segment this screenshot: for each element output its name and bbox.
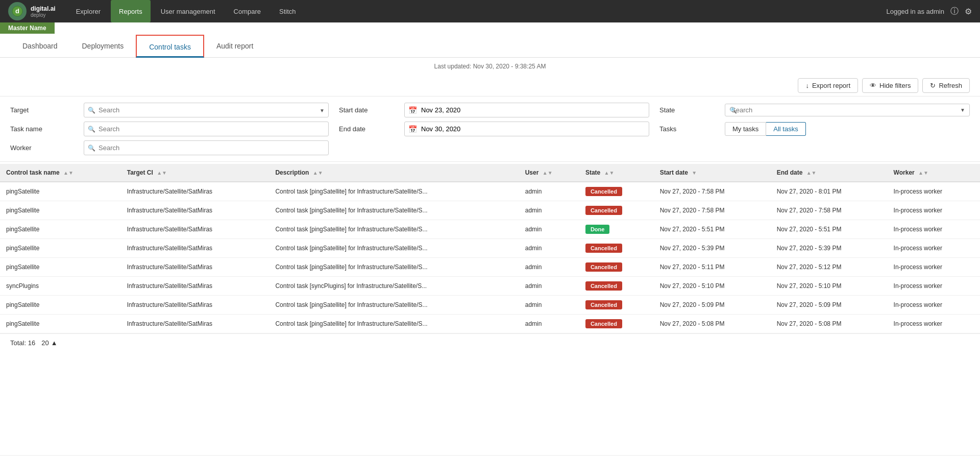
settings-icon[interactable]: ⚙ xyxy=(965,7,972,16)
tab-dashboard[interactable]: Dashboard xyxy=(10,34,70,58)
logo-text: digital.ai deploy xyxy=(31,5,56,18)
cell-user: admin xyxy=(519,239,579,258)
start-date-input[interactable] xyxy=(404,103,649,117)
task-name-label: Task name xyxy=(10,125,82,133)
cell-worker: In-process worker xyxy=(888,315,980,333)
table-row[interactable]: pingSatellite Infrastructure/Satellite/S… xyxy=(0,201,980,220)
refresh-button[interactable]: ↻ Refresh xyxy=(922,78,970,93)
cell-state: Cancelled xyxy=(579,277,654,296)
target-input-wrap: 🔍 ▼ xyxy=(84,103,329,117)
table-row[interactable]: syncPlugins Infrastructure/Satellite/Sat… xyxy=(0,277,980,296)
refresh-icon: ↻ xyxy=(930,82,936,89)
table-row[interactable]: pingSatellite Infrastructure/Satellite/S… xyxy=(0,315,980,333)
cell-end-date: Nov 27, 2020 - 8:01 PM xyxy=(771,182,888,201)
table-row[interactable]: pingSatellite Infrastructure/Satellite/S… xyxy=(0,296,980,315)
col-target-ci[interactable]: Target CI ▲▼ xyxy=(121,164,270,182)
cell-user: admin xyxy=(519,296,579,315)
cell-worker: In-process worker xyxy=(888,258,980,277)
tab-audit-report[interactable]: Audit report xyxy=(204,34,265,58)
hide-filters-button[interactable]: 👁 Hide filters xyxy=(862,78,918,93)
state-label: State xyxy=(651,106,723,114)
tasks-label: Tasks xyxy=(651,125,723,133)
table-row[interactable]: pingSatellite Infrastructure/Satellite/S… xyxy=(0,258,980,277)
nav-item-explorer[interactable]: Explorer xyxy=(68,0,109,22)
end-date-input[interactable] xyxy=(404,122,649,136)
start-date-label: Start date xyxy=(331,106,402,114)
table-scroll[interactable]: Control task name ▲▼ Target CI ▲▼ Descri… xyxy=(0,164,980,333)
table-footer: Total: 16 20 ▲ xyxy=(0,333,980,352)
nav-item-reports[interactable]: Reports xyxy=(111,0,151,22)
cell-user: admin xyxy=(519,277,579,296)
cell-start-date: Nov 27, 2020 - 5:51 PM xyxy=(654,220,771,239)
target-input[interactable] xyxy=(84,103,329,117)
cell-end-date: Nov 27, 2020 - 5:08 PM xyxy=(771,315,888,333)
cell-target-ci: Infrastructure/Satellite/SatMiras xyxy=(121,201,270,220)
cell-description: Control task [pingSatellite] for Infrast… xyxy=(269,258,519,277)
state-badge: Cancelled xyxy=(585,281,622,291)
task-name-input[interactable] xyxy=(84,122,329,136)
cell-task-name: syncPlugins xyxy=(0,277,121,296)
sort-icon-target-ci: ▲▼ xyxy=(157,170,167,176)
cell-description: Control task [pingSatellite] for Infrast… xyxy=(269,182,519,201)
top-navigation: d digital.ai deploy Explorer Reports Use… xyxy=(0,0,980,22)
start-date-calendar-icon: 📅 xyxy=(408,106,417,114)
cell-start-date: Nov 27, 2020 - 5:08 PM xyxy=(654,315,771,333)
cell-state: Cancelled xyxy=(579,296,654,315)
col-state[interactable]: State ▲▼ xyxy=(579,164,654,182)
col-worker[interactable]: Worker ▲▼ xyxy=(888,164,980,182)
cell-end-date: Nov 27, 2020 - 7:58 PM xyxy=(771,201,888,220)
sort-icon-start-date: ▼ xyxy=(692,170,697,176)
state-search-wrap: 🔍 ▼ xyxy=(725,104,970,116)
col-description[interactable]: Description ▲▼ xyxy=(269,164,519,182)
worker-input-wrap: 🔍 xyxy=(84,140,329,155)
all-tasks-button[interactable]: All tasks xyxy=(766,122,805,136)
cell-description: Control task [pingSatellite] for Infrast… xyxy=(269,296,519,315)
help-icon[interactable]: ⓘ xyxy=(950,6,959,17)
page-size-arrow: ▲ xyxy=(51,339,58,347)
col-user[interactable]: User ▲▼ xyxy=(519,164,579,182)
main-content: Dashboard Deployments Control tasks Audi… xyxy=(0,34,980,455)
sort-icon-description: ▲▼ xyxy=(313,170,323,176)
state-input[interactable] xyxy=(729,106,958,114)
cell-state: Cancelled xyxy=(579,258,654,277)
table-row[interactable]: pingSatellite Infrastructure/Satellite/S… xyxy=(0,220,980,239)
cell-target-ci: Infrastructure/Satellite/SatMiras xyxy=(121,258,270,277)
col-start-date[interactable]: Start date ▼ xyxy=(654,164,771,182)
nav-item-compare[interactable]: Compare xyxy=(226,0,269,22)
task-name-input-wrap: 🔍 xyxy=(84,122,329,136)
state-search-icon: 🔍 xyxy=(729,107,737,114)
cell-target-ci: Infrastructure/Satellite/SatMiras xyxy=(121,220,270,239)
nav-right: Logged in as admin ⓘ ⚙ xyxy=(887,6,972,17)
cell-task-name: pingSatellite xyxy=(0,201,121,220)
cell-worker: In-process worker xyxy=(888,277,980,296)
table-row[interactable]: pingSatellite Infrastructure/Satellite/S… xyxy=(0,182,980,201)
cell-task-name: pingSatellite xyxy=(0,239,121,258)
col-end-date[interactable]: End date ▲▼ xyxy=(771,164,888,182)
tab-control-tasks[interactable]: Control tasks xyxy=(136,35,204,58)
state-badge: Cancelled xyxy=(585,300,622,309)
cell-description: Control task [pingSatellite] for Infrast… xyxy=(269,315,519,333)
cell-description: Control task [pingSatellite] for Infrast… xyxy=(269,220,519,239)
my-tasks-button[interactable]: My tasks xyxy=(725,122,766,136)
cell-description: Control task [syncPlugins] for Infrastru… xyxy=(269,277,519,296)
cell-state: Cancelled xyxy=(579,182,654,201)
cell-worker: In-process worker xyxy=(888,296,980,315)
table-row[interactable]: pingSatellite Infrastructure/Satellite/S… xyxy=(0,239,980,258)
cell-worker: In-process worker xyxy=(888,182,980,201)
cell-end-date: Nov 27, 2020 - 5:12 PM xyxy=(771,258,888,277)
col-task-name[interactable]: Control task name ▲▼ xyxy=(0,164,121,182)
last-updated: Last updated: Nov 30, 2020 - 9:38:25 AM xyxy=(0,58,980,75)
state-badge: Cancelled xyxy=(585,319,622,328)
nav-item-stitch[interactable]: Stitch xyxy=(271,0,304,22)
end-date-label: End date xyxy=(331,125,402,133)
state-badge: Done xyxy=(585,225,610,234)
logo: d digital.ai deploy xyxy=(8,2,56,20)
worker-input[interactable] xyxy=(84,140,329,155)
cell-end-date: Nov 27, 2020 - 5:51 PM xyxy=(771,220,888,239)
export-report-button[interactable]: ↓ Export report xyxy=(798,78,858,93)
nav-item-user-management[interactable]: User management xyxy=(153,0,224,22)
cell-worker: In-process worker xyxy=(888,239,980,258)
control-tasks-table: Control task name ▲▼ Target CI ▲▼ Descri… xyxy=(0,164,980,333)
page-size-selector[interactable]: 20 ▲ xyxy=(41,339,57,347)
tab-deployments[interactable]: Deployments xyxy=(70,34,136,58)
